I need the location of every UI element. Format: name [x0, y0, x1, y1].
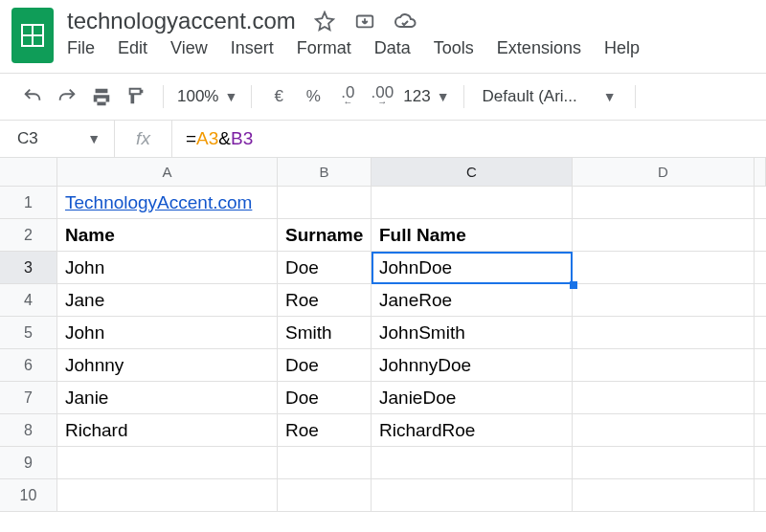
menu-help[interactable]: Help	[604, 38, 640, 58]
cell-E7[interactable]	[755, 382, 766, 414]
cell-E8[interactable]	[755, 414, 766, 447]
menu-edit[interactable]: Edit	[118, 38, 147, 58]
row-header-6[interactable]: 6	[0, 349, 57, 382]
cell-C7[interactable]: JanieDoe	[372, 382, 573, 414]
cell-A9[interactable]	[57, 447, 278, 479]
cell-B6[interactable]: Doe	[278, 349, 372, 382]
menu-data[interactable]: Data	[374, 38, 411, 58]
cell-C3[interactable]: JohnDoe	[372, 252, 573, 284]
row-header-8[interactable]: 8	[0, 414, 57, 447]
decrease-decimal-button[interactable]: .0←	[334, 83, 361, 110]
sheets-logo-icon[interactable]	[11, 8, 54, 63]
col-header-C[interactable]: C	[372, 158, 573, 187]
cell-A4[interactable]: Jane	[57, 284, 278, 317]
cell-B2[interactable]: Surname	[278, 219, 372, 252]
menu-view[interactable]: View	[170, 38, 208, 58]
cell-B5[interactable]: Smith	[278, 317, 372, 349]
cell-D8[interactable]	[573, 414, 755, 447]
select-all-corner[interactable]	[0, 158, 57, 187]
col-header-B[interactable]: B	[278, 158, 372, 187]
cell-C9[interactable]	[372, 447, 573, 479]
undo-icon[interactable]	[19, 83, 46, 110]
toolbar-sep	[251, 85, 252, 108]
cell-B7[interactable]: Doe	[278, 382, 372, 414]
numfmt-label: 123	[403, 87, 430, 106]
cell-D10[interactable]	[573, 479, 755, 512]
menu-extensions[interactable]: Extensions	[497, 38, 581, 58]
cell-E5[interactable]	[755, 317, 766, 349]
cell-C4[interactable]: JaneRoe	[372, 284, 573, 317]
percent-button[interactable]: %	[300, 83, 327, 110]
cell-C5[interactable]: JohnSmith	[372, 317, 573, 349]
star-icon[interactable]	[313, 10, 336, 33]
cell-A2[interactable]: Name	[57, 219, 278, 252]
fx-icon[interactable]: fx	[115, 121, 172, 157]
doc-title[interactable]: technologyaccent.com	[67, 8, 296, 34]
cell-A7[interactable]: Janie	[57, 382, 278, 414]
row-header-2[interactable]: 2	[0, 219, 57, 252]
cell-C6[interactable]: JohnnyDoe	[372, 349, 573, 382]
cell-A5[interactable]: John	[57, 317, 278, 349]
cell-D1[interactable]	[573, 187, 755, 219]
move-icon[interactable]	[353, 10, 376, 33]
cell-E3[interactable]	[755, 252, 766, 284]
row-header-9[interactable]: 9	[0, 447, 57, 479]
cell-B10[interactable]	[278, 479, 372, 512]
col-header-E[interactable]	[755, 158, 766, 187]
name-box[interactable]: C3 ▼	[0, 121, 115, 157]
cell-D2[interactable]	[573, 219, 755, 252]
cell-C1[interactable]	[372, 187, 573, 219]
cell-A8[interactable]: Richard	[57, 414, 278, 447]
cell-E10[interactable]	[755, 479, 766, 512]
paint-format-icon[interactable]	[123, 83, 149, 110]
cell-D7[interactable]	[573, 382, 755, 414]
menu-tools[interactable]: Tools	[434, 38, 474, 58]
cell-E1[interactable]	[755, 187, 766, 219]
row-header-4[interactable]: 4	[0, 284, 57, 317]
cell-E9[interactable]	[755, 447, 766, 479]
menu-file[interactable]: File	[67, 38, 95, 58]
row-header-3[interactable]: 3	[0, 252, 57, 284]
cell-A10[interactable]	[57, 479, 278, 512]
cell-B8[interactable]: Roe	[278, 414, 372, 447]
cell-B9[interactable]	[278, 447, 372, 479]
row-header-5[interactable]: 5	[0, 317, 57, 349]
cell-D3[interactable]	[573, 252, 755, 284]
number-format-dropdown[interactable]: 123▼	[403, 87, 449, 106]
menu-insert[interactable]: Insert	[231, 38, 274, 58]
cell-A6[interactable]: Johnny	[57, 349, 278, 382]
cell-B3[interactable]: Doe	[278, 252, 372, 284]
cell-E4[interactable]	[755, 284, 766, 317]
row-4: Jane Roe JaneRoe	[57, 284, 766, 317]
col-header-D[interactable]: D	[573, 158, 755, 187]
cell-B4[interactable]: Roe	[278, 284, 372, 317]
sheets-grid-glyph	[21, 24, 44, 47]
cell-A1[interactable]: TechnologyAccent.com	[57, 187, 278, 219]
cell-D6[interactable]	[573, 349, 755, 382]
cell-D9[interactable]	[573, 447, 755, 479]
cell-C2[interactable]: Full Name	[372, 219, 573, 252]
print-icon[interactable]	[88, 83, 115, 110]
row-header-1[interactable]: 1	[0, 187, 57, 219]
redo-icon[interactable]	[54, 83, 80, 110]
cell-D5[interactable]	[573, 317, 755, 349]
col-header-A[interactable]: A	[57, 158, 278, 187]
cell-B1[interactable]	[278, 187, 372, 219]
row-header-10[interactable]: 10	[0, 479, 57, 512]
cell-E2[interactable]	[755, 219, 766, 252]
increase-decimal-button[interactable]: .00→	[369, 83, 395, 110]
zoom-dropdown[interactable]: 100%▼	[177, 87, 237, 106]
formula-input[interactable]: =A3&B3	[172, 128, 766, 149]
font-dropdown[interactable]: Default (Ari...▼	[478, 86, 621, 107]
currency-button[interactable]: €	[265, 83, 292, 110]
cell-E6[interactable]	[755, 349, 766, 382]
row-header-7[interactable]: 7	[0, 382, 57, 414]
cloud-status-icon[interactable]	[394, 10, 417, 33]
menu-format[interactable]: Format	[297, 38, 351, 58]
cell-C8[interactable]: RichardRoe	[372, 414, 573, 447]
cell-D4[interactable]	[573, 284, 755, 317]
cell-C10[interactable]	[372, 479, 573, 512]
cell-A3[interactable]: John	[57, 252, 278, 284]
column-headers: A B C D	[57, 158, 766, 187]
arrow-left-icon: ←	[343, 99, 352, 106]
